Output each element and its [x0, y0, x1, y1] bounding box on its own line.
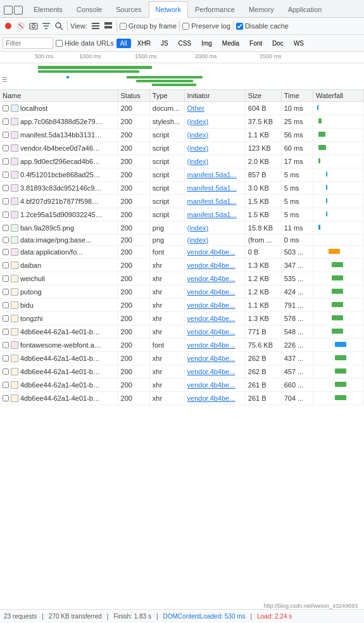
group-by-frame-checkbox[interactable]	[120, 23, 127, 30]
table-row[interactable]: manifest.5da134bb3131e67f0...200script(i…	[0, 129, 364, 142]
table-row[interactable]: 4db6ee44-62a1-4e01-b5a2-2...200xhrvendor…	[0, 325, 364, 339]
cell-initiator[interactable]: vendor.4b4be...	[187, 248, 235, 256]
table-row[interactable]: 1.2ce95a15d909032245a8.js200scriptmanife…	[0, 208, 364, 222]
filter-type-css[interactable]: CSS	[175, 39, 196, 48]
table-row[interactable]: 3.81893c83dc952146c9aa.js200scriptmanife…	[0, 182, 364, 195]
row-checkbox[interactable]	[3, 355, 9, 362]
table-row[interactable]: app.7c06b84388d52e7994a0d...200stylesh..…	[0, 115, 364, 129]
table-row[interactable]: data:image/png;base...200png(index)(from…	[0, 235, 364, 246]
table-row[interactable]: data:application/fo...200fontvendor.4b4b…	[0, 246, 364, 259]
row-checkbox[interactable]	[3, 225, 9, 231]
row-checkbox[interactable]	[3, 185, 9, 191]
cell-initiator[interactable]: vendor.4b4be...	[187, 368, 235, 375]
record-button[interactable]	[3, 20, 14, 32]
table-row[interactable]: fontawesome-webfont.af7ae5...200fontvend…	[0, 339, 364, 352]
row-checkbox[interactable]	[3, 342, 9, 348]
row-checkbox[interactable]	[3, 118, 9, 125]
row-checkbox[interactable]	[3, 382, 9, 388]
row-checkbox[interactable]	[3, 289, 9, 295]
cell-initiator[interactable]: manifest.5da1...	[187, 184, 237, 192]
table-row[interactable]: 4db6ee44-62a1-4e01-b5a2-2...200xhrvendor…	[0, 379, 364, 392]
row-checkbox[interactable]	[3, 302, 9, 308]
row-checkbox[interactable]	[3, 249, 9, 255]
cell-initiator[interactable]: (index)	[187, 118, 209, 125]
col-header-type[interactable]: Type	[149, 90, 184, 102]
filter-type-doc[interactable]: Doc	[268, 39, 287, 48]
list-view-button[interactable]	[90, 20, 101, 32]
screenshot-button[interactable]	[28, 20, 39, 32]
stop-button[interactable]	[15, 20, 27, 32]
row-checkbox[interactable]	[3, 315, 9, 322]
cell-initiator[interactable]: (index)	[187, 224, 209, 232]
disable-cache-checkbox[interactable]	[236, 23, 243, 30]
row-checkbox[interactable]	[3, 368, 9, 375]
row-checkbox[interactable]	[3, 237, 9, 243]
row-checkbox[interactable]	[3, 329, 9, 335]
table-row[interactable]: 4db6ee44-62a1-4e01-b5a2-2...200xhrvendor…	[0, 392, 364, 405]
cell-initiator[interactable]: vendor.4b4be...	[187, 275, 235, 282]
row-checkbox[interactable]	[3, 211, 9, 218]
col-header-status[interactable]: Status	[118, 90, 149, 102]
col-header-waterfall[interactable]: Waterfall	[313, 90, 364, 102]
tab-application[interactable]: Application	[281, 1, 329, 17]
filter-type-font[interactable]: Font	[246, 39, 266, 48]
cell-initiator[interactable]: vendor.4b4be...	[187, 381, 235, 389]
row-checkbox[interactable]	[3, 262, 9, 268]
cell-initiator[interactable]: (index)	[187, 236, 209, 244]
table-row[interactable]: ban.9a289c5.png200png(index)15.8 KB11 ms	[0, 222, 364, 235]
cell-initiator[interactable]: vendor.4b4be...	[187, 355, 235, 362]
hide-data-urls-checkbox[interactable]	[56, 40, 63, 47]
inspect-icon[interactable]	[4, 6, 13, 15]
filter-button[interactable]	[41, 20, 52, 32]
col-header-time[interactable]: Time	[281, 90, 313, 102]
cell-initiator[interactable]: manifest.5da1...	[187, 211, 237, 218]
table-row[interactable]: app.9d0ecf296ecad4b6afab.js200script(ind…	[0, 155, 364, 168]
table-row[interactable]: daiban200xhrvendor.4b4be...1.3 KB347 ...	[0, 259, 364, 272]
filter-type-xhr[interactable]: XHR	[134, 39, 154, 48]
table-row[interactable]: bidu200xhrvendor.4b4be...1.1 KB791 ...	[0, 299, 364, 312]
table-row[interactable]: 4.bf207d921b7877f59893.js200scriptmanife…	[0, 195, 364, 208]
cell-initiator[interactable]: (index)	[187, 158, 209, 165]
row-checkbox[interactable]	[3, 132, 9, 138]
col-header-size[interactable]: Size	[245, 90, 281, 102]
cell-initiator[interactable]: manifest.5da1...	[187, 171, 237, 179]
cell-initiator[interactable]: vendor.4b4be...	[187, 341, 235, 349]
cell-initiator[interactable]: vendor.4b4be...	[187, 394, 235, 402]
row-checkbox[interactable]	[3, 275, 9, 282]
row-checkbox[interactable]	[3, 105, 9, 111]
table-row[interactable]: tongzhi200xhrvendor.4b4be...1.3 KB578 ..…	[0, 312, 364, 325]
cell-initiator[interactable]: vendor.4b4be...	[187, 315, 235, 322]
row-checkbox[interactable]	[3, 395, 9, 401]
large-rows-button[interactable]	[103, 20, 114, 32]
filter-type-all[interactable]: All	[116, 39, 131, 48]
filter-type-js[interactable]: JS	[157, 39, 172, 48]
cell-initiator[interactable]: vendor.4b4be...	[187, 328, 235, 336]
row-checkbox[interactable]	[3, 145, 9, 151]
col-header-initiator[interactable]: Initiator	[184, 90, 245, 102]
row-checkbox[interactable]	[3, 198, 9, 205]
preserve-log-checkbox[interactable]	[182, 23, 189, 30]
table-row[interactable]: 0.4f51201bcbe868ad25e1.js200scriptmanife…	[0, 168, 364, 182]
tab-sources[interactable]: Sources	[109, 1, 148, 17]
search-button[interactable]	[53, 20, 65, 32]
col-header-name[interactable]: Name	[0, 90, 118, 102]
tab-network[interactable]: Network	[149, 1, 188, 18]
table-row[interactable]: vendor.4b4bece0d7a46ce5fae...200script(i…	[0, 142, 364, 155]
filter-input[interactable]	[3, 37, 53, 49]
cell-initiator[interactable]: vendor.4b4be...	[187, 261, 235, 269]
table-row[interactable]: putong200xhrvendor.4b4be...1.2 KB424 ...	[0, 286, 364, 299]
tab-performance[interactable]: Performance	[188, 1, 242, 17]
table-row[interactable]: localhost200docum...Other604 B10 ms	[0, 102, 364, 115]
filter-type-ws[interactable]: WS	[290, 39, 308, 48]
cell-initiator[interactable]: vendor.4b4be...	[187, 288, 235, 296]
cell-initiator[interactable]: vendor.4b4be...	[187, 301, 235, 309]
row-checkbox[interactable]	[3, 172, 9, 178]
device-icon[interactable]	[14, 6, 23, 15]
table-row[interactable]: weichuli200xhrvendor.4b4be...1.2 KB535 .…	[0, 272, 364, 286]
tab-elements[interactable]: Elements	[27, 1, 70, 17]
row-checkbox[interactable]	[3, 158, 9, 165]
cell-initiator[interactable]: manifest.5da1...	[187, 198, 237, 205]
cell-initiator[interactable]: Other	[187, 104, 205, 112]
table-row[interactable]: 4db6ee44-62a1-4e01-b5a2-2...200xhrvendor…	[0, 365, 364, 379]
filter-type-img[interactable]: Img	[198, 39, 216, 48]
